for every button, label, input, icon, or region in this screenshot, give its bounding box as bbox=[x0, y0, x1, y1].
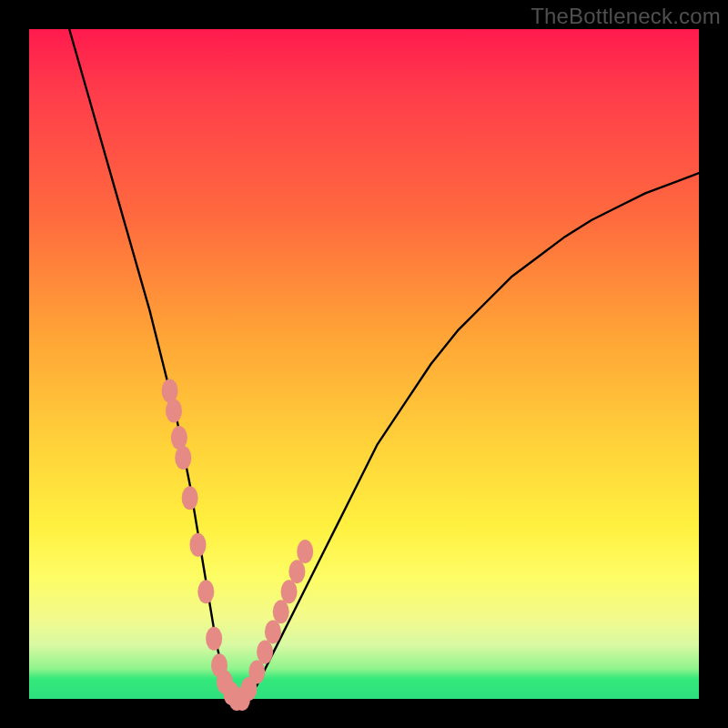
marker-dot bbox=[175, 446, 191, 470]
chart-overlay bbox=[29, 29, 699, 699]
curve-markers bbox=[162, 379, 314, 711]
marker-dot bbox=[171, 426, 187, 450]
marker-dot bbox=[273, 600, 289, 623]
bottleneck-curve bbox=[69, 29, 699, 699]
marker-dot bbox=[166, 399, 182, 423]
marker-dot bbox=[257, 640, 273, 663]
marker-dot bbox=[206, 627, 222, 651]
marker-dot bbox=[297, 540, 313, 563]
marker-dot bbox=[197, 580, 214, 603]
marker-dot bbox=[248, 661, 265, 684]
marker-dot bbox=[281, 580, 298, 603]
chart-frame: TheBottleneck.com bbox=[0, 0, 728, 728]
marker-dot bbox=[182, 486, 198, 510]
marker-dot bbox=[189, 533, 206, 557]
marker-dot bbox=[265, 620, 281, 643]
watermark-text: TheBottleneck.com bbox=[531, 4, 721, 29]
marker-dot bbox=[288, 560, 305, 583]
marker-dot bbox=[162, 379, 178, 402]
